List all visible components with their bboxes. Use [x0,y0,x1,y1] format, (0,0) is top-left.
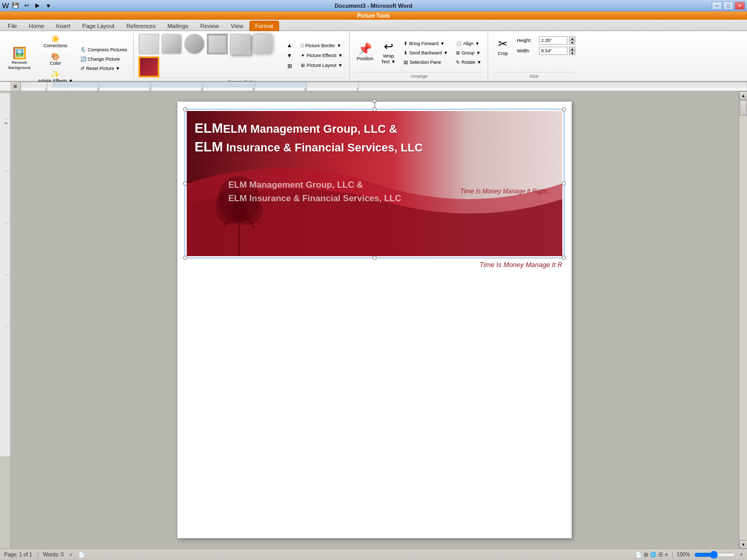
color-icon: 🎨 [51,52,60,61]
corrections-button[interactable]: ☀️ Corrections [35,33,76,50]
header-image-container[interactable]: ELMELM Management Group, LLC & ELM Insur… [187,111,562,256]
handle-mr[interactable] [562,181,566,186]
style-thumb-1[interactable] [139,34,159,54]
scroll-down-button[interactable]: ▼ [739,540,747,549]
rotation-handle[interactable] [372,99,377,103]
width-spin-up[interactable]: ▲ [569,47,575,51]
tab-format[interactable]: Format [250,21,279,31]
height-input[interactable] [539,36,568,45]
svg-text:4: 4 [201,87,203,91]
view-draft-icon[interactable]: ≡ [665,552,668,557]
compress-pictures-button[interactable]: 🗜️ Compress Pictures [77,46,130,54]
qa-save[interactable]: 💾 [11,1,20,10]
align-button[interactable]: ⬜ Align ▼ [453,39,485,48]
compress-icon: 🗜️ [80,47,86,52]
tab-review[interactable]: Review [195,21,225,31]
elm-ghost-2: ELM [228,193,247,203]
selection-pane-button[interactable]: ▤ Selection Pane [400,58,451,66]
tab-mailings[interactable]: Mailings [162,21,194,31]
arrange-group-label: Arrange [354,72,485,79]
change-picture-button[interactable]: 🔄 Change Picture [77,55,130,63]
style-thumb-3[interactable] [184,34,205,54]
width-spin-down[interactable]: ▼ [569,51,575,55]
handle-br[interactable] [562,256,566,260]
position-button[interactable]: 📌 Position [354,41,377,64]
minimize-button[interactable]: ─ [712,2,722,10]
horizontal-ruler: 1 2 3 4 5 6 7 [21,82,747,91]
scroll-up-button[interactable]: ▲ [739,91,747,100]
zoom-slider[interactable] [694,551,736,559]
tab-view[interactable]: View [225,21,249,31]
close-button[interactable]: ✕ [735,2,745,10]
border-label: Picture Border [305,43,335,48]
svg-text:6: 6 [305,87,307,91]
style-thumb-7[interactable] [139,57,159,77]
picture-border-button[interactable]: □ Picture Border ▼ [298,41,346,50]
crop-button[interactable]: ✂ Crop [492,36,513,59]
header-ghost-text: ELM Management Group, LLC & ELM Insuranc… [228,178,402,205]
bring-forward-icon: ⬆ [404,41,408,46]
wrap-text-button[interactable]: ↩ WrapText ▼ [378,39,399,67]
style-gallery [138,33,283,78]
scroll-track[interactable] [739,100,747,540]
height-spin-up[interactable]: ▲ [569,36,575,40]
track-changes-icon[interactable]: 📄 [78,552,85,557]
reset-picture-button[interactable]: ↺ Reset Picture ▼ [77,64,130,73]
width-spinner[interactable]: ▲ ▼ [569,47,575,55]
tab-references[interactable]: References [120,21,161,31]
zoom-in-icon[interactable]: + [740,552,743,557]
send-backward-button[interactable]: ⬇ Send Backward ▼ [400,49,451,57]
view-outline-icon[interactable]: ☰ [658,552,663,557]
remove-background-button[interactable]: 🖼️ RemoveBackground [5,46,34,72]
selection-pane-icon: ▤ [404,60,408,65]
height-spin-down[interactable]: ▼ [569,40,575,45]
gallery-down[interactable]: ▼ [285,51,294,60]
group-icon: ⊞ [456,50,460,55]
picture-layout-button[interactable]: ⊞ Picture Layout ▼ [298,61,346,69]
scroll-thumb[interactable] [740,100,747,116]
maximize-button[interactable]: □ [723,2,734,10]
gallery-more[interactable]: ⊞ [285,61,294,71]
tab-insert[interactable]: Insert [50,21,76,31]
style-thumb-5[interactable] [230,34,251,54]
width-input[interactable] [539,47,568,55]
group-button[interactable]: ⊞ Group ▼ [453,49,485,57]
status-bar-right: 📄 ⊞ 🌐 ☰ ≡ 100% + [635,551,743,559]
handle-tr[interactable] [562,107,566,111]
view-print-icon[interactable]: 📄 [635,552,642,557]
height-spinner[interactable]: ▲ ▼ [569,36,575,45]
picture-effects-button[interactable]: ✦ Picture Effects ▼ [298,51,346,60]
view-web-icon[interactable]: 🌐 [650,552,656,557]
reset-label: Reset Picture ▼ [86,66,120,71]
change-label: Change Picture [88,57,120,62]
color-button[interactable]: 🎨 Color [35,51,76,67]
qa-dropdown[interactable]: ▼ [44,1,53,10]
style-thumb-6[interactable] [253,34,273,54]
size-row: ✂ Crop Height: ▲ ▼ Width: ▲ [492,33,575,72]
wrap-label: WrapText ▼ [381,53,396,65]
tagline-bottom: Time Is Money Manage It R [479,261,562,269]
ribbon-group-size: ✂ Crop Height: ▲ ▼ Width: ▲ [489,32,578,80]
corrections-label: Corrections [44,43,67,48]
style-thumb-4[interactable] [207,34,228,54]
tab-page-layout[interactable]: Page Layout [77,21,120,31]
qa-undo[interactable]: ↩ [22,1,31,10]
change-icon: 🔄 [80,57,86,62]
rotate-button[interactable]: ↻ Rotate ▼ [453,58,485,66]
bring-forward-label: Bring Forward [409,41,439,46]
effects-icon: ✦ [301,53,305,58]
qa-redo[interactable]: ▶ [33,1,42,10]
handle-bc[interactable] [372,256,377,260]
spelling-icon[interactable]: ✓ [69,552,73,557]
bring-forward-button[interactable]: ⬆ Bring Forward ▼ [400,39,451,48]
align-label: Align [463,41,474,46]
ribbon: 🖼️ RemoveBackground ☀️ Corrections 🎨 Col… [0,31,747,82]
style-thumb-2[interactable] [161,34,182,54]
gallery-up[interactable]: ▲ [285,40,294,50]
picture-style-options: □ Picture Border ▼ ✦ Picture Effects ▼ ⊞… [298,41,346,69]
handle-bl[interactable] [183,256,187,260]
tab-home[interactable]: Home [23,21,50,31]
size-group-label: Size [492,72,575,79]
view-fullscreen-icon[interactable]: ⊞ [644,552,648,557]
tab-file[interactable]: File [2,21,23,31]
